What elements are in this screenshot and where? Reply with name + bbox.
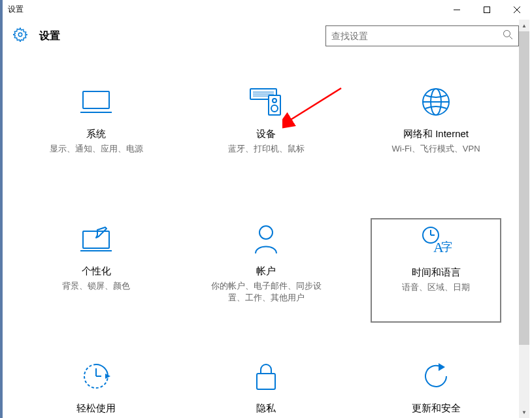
svg-rect-19 [83, 231, 109, 248]
tile-title: 轻松使用 [76, 402, 116, 415]
tile-update-security[interactable]: 更新和安全 Windows 更新、恢复 [371, 355, 501, 418]
tiles-grid: 系统 显示、通知、应用、电源 设备 蓝牙、打印机、鼠标 [33, 81, 499, 418]
window-controls [442, 0, 532, 20]
gear-icon [13, 27, 27, 44]
lock-icon [254, 357, 278, 396]
tile-personalization[interactable]: 个性化 背景、锁屏、颜色 [31, 218, 161, 323]
minimize-button[interactable] [442, 0, 472, 20]
tile-desc: Wi-Fi、飞行模式、VPN [385, 143, 486, 155]
close-button[interactable] [502, 0, 532, 20]
svg-point-21 [259, 226, 273, 239]
tile-title: 帐户 [256, 265, 276, 278]
personalization-icon [80, 219, 112, 259]
tile-accounts[interactable]: 帐户 你的帐户、电子邮件、同步设置、工作、其他用户 [201, 218, 331, 323]
tile-desc: 语音、区域、日期 [395, 281, 476, 293]
tile-title: 个性化 [82, 265, 111, 278]
globe-icon [422, 82, 450, 121]
search-box[interactable] [325, 25, 519, 46]
tile-title: 隐私 [256, 402, 276, 415]
accounts-icon [253, 219, 279, 259]
svg-text:字: 字 [441, 240, 452, 253]
scroll-down-icon[interactable]: ▼ [519, 406, 529, 418]
tile-title: 更新和安全 [412, 402, 461, 415]
search-input[interactable] [331, 31, 495, 41]
tile-system[interactable]: 系统 显示、通知、应用、电源 [31, 81, 161, 185]
tile-ease-of-access[interactable]: 轻松使用 讲述人、放大镜、高对比度 [31, 355, 161, 418]
window-title: 设置 [8, 4, 24, 15]
update-icon [422, 357, 450, 396]
time-language-icon: A 字 [420, 221, 452, 260]
tile-desc: 背景、锁屏、颜色 [56, 280, 137, 292]
system-icon [80, 82, 112, 121]
svg-point-4 [18, 33, 22, 37]
content: 系统 显示、通知、应用、电源 设备 蓝牙、打印机、鼠标 [0, 52, 532, 418]
scrollbar[interactable]: ▲ ▼ [519, 20, 529, 418]
svg-rect-1 [484, 7, 490, 12]
svg-rect-30 [257, 374, 275, 389]
titlebar: 设置 [0, 0, 532, 20]
search-icon [503, 29, 513, 42]
scroll-up-icon[interactable]: ▲ [519, 20, 529, 31]
devices-icon [249, 82, 283, 121]
maximize-button[interactable] [472, 0, 502, 20]
tile-network[interactable]: 网络和 Internet Wi-Fi、飞行模式、VPN [371, 81, 501, 185]
tile-desc: 蓝牙、打印机、鼠标 [222, 143, 311, 155]
header: 设置 [0, 20, 532, 52]
page-title: 设置 [39, 29, 60, 43]
scrollbar-thumb[interactable] [519, 31, 529, 345]
tile-title: 系统 [86, 128, 106, 140]
svg-marker-31 [439, 363, 445, 371]
tile-time-language[interactable]: A 字 时间和语言 语音、区域、日期 [371, 218, 501, 323]
svg-line-6 [510, 37, 513, 40]
tile-desc: 显示、通知、应用、电源 [43, 143, 150, 155]
tile-desc: 你的帐户、电子邮件、同步设置、工作、其他用户 [201, 280, 331, 304]
tile-title: 网络和 Internet [403, 128, 469, 140]
ease-of-access-icon [82, 357, 110, 396]
svg-point-5 [504, 31, 510, 37]
svg-rect-7 [83, 91, 109, 108]
tile-title: 时间和语言 [412, 266, 461, 279]
tile-devices[interactable]: 设备 蓝牙、打印机、鼠标 [201, 81, 331, 185]
tile-title: 设备 [256, 128, 276, 140]
tile-privacy[interactable]: 隐私 位置、相机 [201, 355, 331, 418]
